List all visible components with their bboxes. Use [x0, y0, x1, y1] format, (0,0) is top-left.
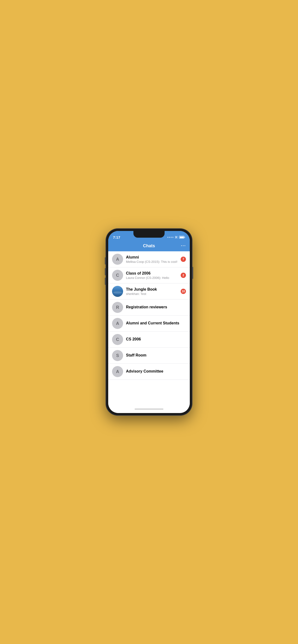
- chat-item-jungle-book[interactable]: The Jungle Book sherkhan: Test 10: [108, 284, 190, 300]
- home-bar: [135, 408, 163, 410]
- avatar-cs-2006: C: [112, 334, 123, 345]
- chat-message-class-2006: Hello: [161, 276, 169, 280]
- chat-content-staff-room: Staff Room: [126, 353, 186, 358]
- badge-alumni: 7: [181, 256, 186, 262]
- badge-jungle-book: 10: [181, 289, 186, 294]
- avatar-class-2006: C: [112, 270, 123, 281]
- avatar-registration-reviewers: R: [112, 302, 123, 313]
- chat-content-cs-2006: CS 2006: [126, 337, 186, 342]
- battery-icon: [179, 236, 185, 238]
- avatar-jungle-book: [112, 286, 123, 297]
- chat-content-alumni: Alumni Mellisa Coop (CS-2015): This is c…: [126, 255, 179, 264]
- chat-content-alumni-students: Alumni and Current Students: [126, 321, 186, 326]
- chat-list: A Alumni Mellisa Coop (CS-2015): This is…: [108, 251, 190, 405]
- avatar-advisory-committee: A: [112, 366, 123, 377]
- more-button[interactable]: ···: [181, 244, 186, 248]
- signal-icon: [167, 237, 174, 238]
- chat-sender-jungle-book: sherkhan:: [126, 292, 140, 296]
- chat-preview-alumni: Mellisa Coop (CS-2015): This is cool!: [126, 260, 179, 264]
- chat-name-alumni: Alumni: [126, 255, 179, 260]
- status-icons: ⌘: [167, 236, 185, 239]
- chat-sender-class-2006: Laura Connor (CS-2006):: [126, 276, 161, 280]
- chat-item-class-2006[interactable]: C Class of 2006 Laura Connor (CS-2006): …: [108, 268, 190, 284]
- chat-item-advisory-committee[interactable]: A Advisory Committee: [108, 364, 190, 380]
- chat-content-jungle-book: The Jungle Book sherkhan: Test: [126, 287, 179, 296]
- chat-name-staff-room: Staff Room: [126, 353, 186, 358]
- navigation-bar: Chats ···: [108, 242, 190, 251]
- chat-content-class-2006: Class of 2006 Laura Connor (CS-2006): He…: [126, 271, 179, 280]
- home-indicator: [108, 405, 190, 413]
- nav-title: Chats: [143, 244, 155, 248]
- chat-message-jungle-book: Test: [140, 292, 146, 296]
- chat-name-cs-2006: CS 2006: [126, 337, 186, 342]
- phone-screen: 7:17 ⌘ Chats ···: [108, 231, 190, 413]
- chat-sender-alumni: Mellisa Coop (CS-2015):: [126, 260, 160, 264]
- badge-class-2006: 2: [181, 273, 186, 278]
- chat-item-alumni[interactable]: A Alumni Mellisa Coop (CS-2015): This is…: [108, 251, 190, 268]
- chat-preview-jungle-book: sherkhan: Test: [126, 292, 179, 296]
- avatar-alumni-students: A: [112, 318, 123, 329]
- chat-name-class-2006: Class of 2006: [126, 271, 179, 276]
- chat-item-staff-room[interactable]: S Staff Room: [108, 348, 190, 364]
- chat-name-jungle-book: The Jungle Book: [126, 287, 179, 292]
- chat-name-advisory-committee: Advisory Committee: [126, 369, 186, 374]
- phone-frame: 7:17 ⌘ Chats ···: [106, 228, 192, 416]
- chat-item-cs-2006[interactable]: C CS 2006: [108, 332, 190, 348]
- avatar-staff-room: S: [112, 350, 123, 361]
- avatar-alumni: A: [112, 254, 123, 265]
- chat-message-alumni: This is cool!: [160, 260, 177, 264]
- chat-preview-class-2006: Laura Connor (CS-2006): Hello: [126, 276, 179, 280]
- chat-item-alumni-students[interactable]: A Alumni and Current Students: [108, 316, 190, 332]
- chat-content-registration-reviewers: Registration reviewers: [126, 305, 186, 310]
- wifi-icon: ⌘: [175, 236, 178, 239]
- chat-item-registration-reviewers[interactable]: R Registration reviewers: [108, 300, 190, 316]
- status-time: 7:17: [113, 235, 120, 239]
- chat-content-advisory-committee: Advisory Committee: [126, 369, 186, 374]
- chat-name-alumni-students: Alumni and Current Students: [126, 321, 186, 325]
- chat-name-registration-reviewers: Registration reviewers: [126, 305, 186, 309]
- notch: [133, 231, 165, 238]
